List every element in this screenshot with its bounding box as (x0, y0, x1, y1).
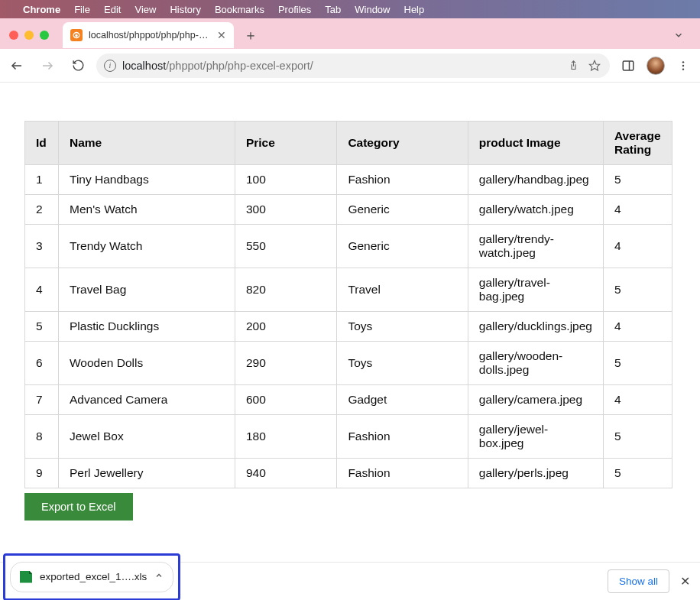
cell-category: Fashion (337, 165, 468, 195)
share-icon[interactable] (566, 60, 581, 71)
cell-name: Travel Bag (58, 268, 235, 312)
cell-image: gallery/jewel-box.jpeg (468, 415, 603, 459)
cell-price: 550 (235, 225, 336, 268)
table-row: 2Men's Watch300Genericgallery/watch.jpeg… (25, 195, 672, 225)
cell-rating: 5 (603, 459, 672, 488)
cell-rating: 4 (603, 225, 672, 268)
table-header-row: Id Name Price Category product Image Ave… (25, 122, 672, 165)
cell-price: 940 (235, 459, 336, 488)
cell-image: gallery/camera.jpeg (468, 385, 603, 415)
cell-name: Trendy Watch (58, 225, 235, 268)
download-filename: exported_excel_1….xls (40, 571, 147, 582)
cell-rating: 5 (603, 415, 672, 459)
tab-title: localhost/phppot/php/php-exc… (89, 30, 211, 41)
cell-id: 4 (25, 268, 59, 312)
export-button[interactable]: Export to Excel (24, 493, 133, 521)
tab-favicon-icon: ⦿ (70, 29, 83, 41)
table-row: 1Tiny Handbags100Fashiongallery/handbag.… (25, 165, 672, 195)
maximize-window-button[interactable] (40, 31, 49, 40)
cell-name: Plastic Ducklings (58, 312, 235, 342)
cell-image: gallery/ducklings.jpeg (468, 312, 603, 342)
table-row: 6Wooden Dolls290Toysgallery/wooden-dolls… (25, 342, 672, 385)
close-window-button[interactable] (9, 31, 18, 40)
show-all-downloads-button[interactable]: Show all (608, 569, 669, 593)
side-panel-button[interactable] (616, 54, 640, 78)
cell-image: gallery/wooden-dolls.jpeg (468, 342, 603, 385)
cell-category: Toys (337, 312, 468, 342)
menubar-item-bookmarks[interactable]: Bookmarks (215, 4, 264, 15)
cell-image: gallery/trendy-watch.jpeg (468, 225, 603, 268)
cell-image: gallery/watch.jpeg (468, 195, 603, 225)
new-tab-button[interactable]: ＋ (240, 24, 261, 46)
cell-id: 7 (25, 385, 59, 415)
svg-rect-3 (623, 61, 634, 70)
table-row: 9Perl Jewellery940Fashiongallery/perls.j… (25, 459, 672, 488)
cell-id: 6 (25, 342, 59, 385)
browser-toolbar: i localhost/phppot/php/php-excel-export/ (0, 49, 700, 83)
cell-rating: 5 (603, 268, 672, 312)
cell-image: gallery/travel-bag.jpeg (468, 268, 603, 312)
menubar-item-history[interactable]: History (170, 4, 200, 15)
browser-tab[interactable]: ⦿ localhost/phppot/php/php-exc… ✕ (63, 22, 234, 48)
th-price: Price (235, 122, 336, 165)
cell-name: Wooden Dolls (58, 342, 235, 385)
cell-category: Toys (337, 342, 468, 385)
reload-button[interactable] (66, 54, 90, 78)
excel-file-icon (20, 571, 32, 583)
url-text: localhost/phppot/php/php-excel-export/ (122, 60, 559, 72)
tab-close-button[interactable]: ✕ (217, 29, 226, 41)
forward-button[interactable] (35, 54, 60, 78)
back-button[interactable] (5, 54, 29, 78)
menubar-item-view[interactable]: View (134, 4, 156, 15)
cell-rating: 4 (603, 385, 672, 415)
menubar-item-file[interactable]: File (74, 4, 90, 15)
cell-rating: 5 (603, 165, 672, 195)
svg-point-7 (682, 68, 684, 70)
menubar-item-profiles[interactable]: Profiles (278, 4, 311, 15)
site-info-icon[interactable]: i (104, 60, 116, 72)
cell-category: Fashion (337, 459, 468, 488)
menubar-item-edit[interactable]: Edit (104, 4, 121, 15)
table-row: 7Advanced Camera600Gadgetgallery/camera.… (25, 385, 672, 415)
download-highlight: exported_excel_1….xls (3, 553, 180, 601)
products-table: Id Name Price Category product Image Ave… (24, 121, 672, 488)
cell-price: 300 (235, 195, 336, 225)
svg-marker-2 (589, 60, 599, 70)
download-bar: exported_excel_1….xls Show all ✕ (0, 562, 700, 600)
cell-rating: 4 (603, 312, 672, 342)
bookmark-icon[interactable] (587, 60, 602, 72)
page-content: Id Name Price Category product Image Ave… (0, 83, 700, 521)
close-download-bar-button[interactable]: ✕ (672, 569, 697, 594)
cell-name: Jewel Box (58, 415, 235, 459)
cell-name: Tiny Handbags (58, 165, 235, 195)
menubar-item-tab[interactable]: Tab (325, 4, 341, 15)
cell-price: 820 (235, 268, 336, 312)
address-bar[interactable]: i localhost/phppot/php/php-excel-export/ (96, 54, 610, 78)
cell-name: Perl Jewellery (58, 459, 235, 488)
download-options-icon[interactable] (154, 571, 164, 582)
cell-price: 180 (235, 415, 336, 459)
cell-id: 2 (25, 195, 59, 225)
menubar-item-help[interactable]: Help (404, 4, 425, 15)
tabs-overflow-button[interactable] (669, 26, 688, 44)
cell-price: 100 (235, 165, 336, 195)
browser-chrome: ⦿ localhost/phppot/php/php-exc… ✕ ＋ i lo… (0, 18, 700, 83)
macos-menubar: Chrome File Edit View History Bookmarks … (0, 0, 700, 18)
browser-menu-button[interactable] (671, 54, 695, 78)
table-row: 8Jewel Box180Fashiongallery/jewel-box.jp… (25, 415, 672, 459)
menubar-app[interactable]: Chrome (23, 4, 60, 15)
cell-category: Travel (337, 268, 468, 312)
cell-image: gallery/handbag.jpeg (468, 165, 603, 195)
cell-category: Generic (337, 195, 468, 225)
cell-rating: 4 (603, 195, 672, 225)
download-chip[interactable]: exported_excel_1….xls (10, 562, 173, 592)
menubar-item-window[interactable]: Window (355, 4, 390, 15)
cell-category: Gadget (337, 385, 468, 415)
svg-point-6 (682, 64, 684, 66)
table-row: 4Travel Bag820Travelgallery/travel-bag.j… (25, 268, 672, 312)
minimize-window-button[interactable] (24, 31, 34, 40)
window-controls (9, 31, 49, 40)
cell-category: Fashion (337, 415, 468, 459)
profile-avatar[interactable] (647, 57, 665, 75)
th-image: product Image (468, 122, 603, 165)
